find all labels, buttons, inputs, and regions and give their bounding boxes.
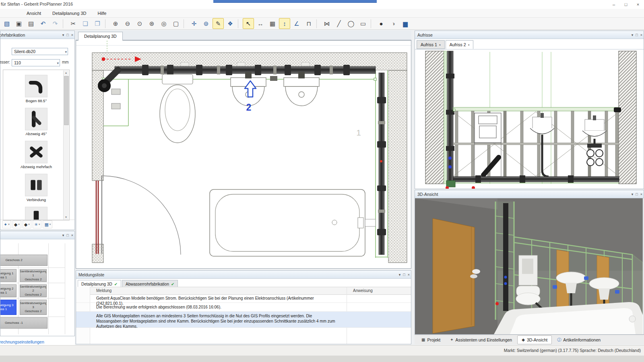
palette-sort-button[interactable]: ✳▾ [33, 220, 42, 228]
move-button[interactable]: ↔ [255, 18, 266, 29]
paste-button[interactable]: ❐ [92, 18, 103, 29]
panel-menu-button[interactable]: ▾ [399, 271, 401, 279]
ellipse-button[interactable]: ◯ [345, 18, 357, 29]
palette-recent-button[interactable]: ◆▾ [23, 220, 31, 228]
calculation-settings-link[interactable]: Berechnungseinstellungen [0, 339, 44, 344]
structure-cell-top[interactable]: Geschoss 2 [0, 255, 47, 266]
panel-close-button[interactable]: × [408, 271, 410, 279]
rectangle-button[interactable]: ▭ [357, 18, 369, 29]
close-button[interactable]: × [632, 0, 644, 9]
report-button[interactable]: ▤ [25, 18, 37, 29]
pipe-draw-button[interactable]: ✎ [213, 18, 224, 29]
minimize-button[interactable]: – [608, 0, 620, 9]
panel-close-button[interactable]: × [71, 31, 73, 39]
undo-button[interactable]: ↶ [37, 18, 49, 29]
panel-close-button[interactable]: × [71, 231, 73, 239]
maximize-button[interactable]: □ [620, 0, 632, 9]
vertical-pipe-button[interactable]: ↕ [279, 18, 290, 29]
view3d-panel: 3D-Ansicht ▾□× [415, 190, 644, 335]
tab-detailplanung-3d[interactable]: Detailplanung 3D [78, 32, 123, 41]
panel-menu-button[interactable]: ▾ [62, 231, 64, 239]
pipe-fitting-button[interactable]: ❖ [225, 18, 236, 29]
view3d-panel-header: 3D-Ansicht ▾□× [415, 190, 644, 198]
close-icon[interactable]: ▪ [469, 43, 470, 47]
select-button[interactable]: ↖ [243, 18, 254, 29]
structure-cell-0[interactable]: Sanitärabzweigung 1Geschoss 1 [0, 269, 17, 282]
panel-menu-button[interactable]: ▾ [62, 31, 64, 39]
panel-pin-button[interactable]: □ [636, 190, 638, 198]
line-button[interactable]: ╱ [333, 18, 345, 29]
structure-cell-4[interactable]: Sanitärabzweigung 3Geschoss 1 [0, 300, 17, 315]
elevation-view[interactable] [415, 49, 644, 189]
structure-cell-5[interactable]: Sanitärabzweigung 3Geschoss 2 [20, 300, 47, 315]
redo-button[interactable]: ↷ [50, 18, 61, 29]
panel-view-button[interactable]: ▆ [400, 18, 411, 29]
structure-cell-3[interactable]: Sanitärabzweigung 2Geschoss 2 [20, 284, 47, 297]
palette-favorites-button[interactable]: ◆▾ [12, 220, 21, 228]
stamp-button[interactable]: ▦ [267, 18, 278, 29]
part-item-0[interactable]: Bogen 88.5° [3, 75, 69, 103]
scrollbar-thumb[interactable] [64, 76, 69, 125]
message-row-0[interactable]: Geberit AquaClean Modelle benötigen Stro… [76, 294, 411, 303]
scroll-up-icon[interactable]: ▴ [64, 70, 68, 75]
close-icon[interactable]: ▪ [440, 43, 441, 47]
panel-pin-button[interactable]: □ [636, 31, 638, 39]
message-row-1[interactable]: Die Berechnung wurde erfolgreich abgesch… [76, 303, 411, 312]
message-row-2[interactable]: Alle GIS Montageplatten müssen an mindes… [76, 312, 411, 328]
panel-pin-button[interactable]: □ [66, 231, 68, 239]
aufriss-tab-2[interactable]: Aufriss 2▪ [446, 40, 474, 49]
aufriss-tab-1[interactable]: Aufriss 1▪ [417, 40, 445, 49]
system-dropdown[interactable]: Silent-db20 ▾ [12, 48, 68, 55]
shading-button[interactable]: ◑ [388, 18, 399, 29]
panel-close-button[interactable]: × [640, 190, 642, 198]
status-bar: Markt: Switzerland (german) (3.17.7.75) … [0, 345, 644, 356]
palette-filter-button[interactable]: ✦▾ [2, 220, 11, 228]
part-item-1[interactable]: Abzweig 45° [3, 108, 69, 136]
insert-point-button[interactable]: ⊚ [200, 18, 212, 29]
menu-item-1[interactable]: Detailplanung 3D [47, 9, 92, 18]
zoom-window-button[interactable]: ▢ [170, 18, 182, 29]
connection-button[interactable]: ⋈ [321, 18, 332, 29]
panel-pin-button[interactable]: □ [66, 31, 68, 39]
bottom-tab-3d-ansicht[interactable]: ◆3D-Ansicht [517, 335, 552, 344]
copy-button[interactable]: ❏ [80, 18, 91, 29]
lock-button[interactable]: ⊓ [303, 18, 314, 29]
floor-plan-canvas[interactable]: 2 1 [76, 40, 411, 269]
structure-cell-2[interactable]: Sanitärabzweigung 2Geschoss 1 [0, 284, 17, 297]
zoom-previous-button[interactable]: ◎ [158, 18, 169, 29]
bottom-tab-projekt[interactable]: ▦Projekt [417, 335, 445, 344]
palette-catalog-button[interactable]: ▦▾ [43, 220, 52, 228]
part-item-2[interactable]: Abzweig mehrfach [3, 141, 69, 169]
window-title: für Stefan - Geberit ProPlanner 2016 [1, 2, 73, 6]
elevation-drawing [415, 49, 643, 189]
diameter-dropdown[interactable]: 110 ▾ [12, 59, 60, 66]
sphere-button[interactable]: ● [376, 18, 387, 29]
bottom-tab-artikelinformationen[interactable]: ⓘArtikelinformationen [553, 335, 605, 344]
structure-cell-bottom[interactable]: Geschoss -1 [0, 317, 47, 329]
save-button[interactable]: ▧ [1, 18, 12, 29]
zoom-out-button[interactable]: ⊖ [122, 18, 133, 29]
panel-pin-button[interactable]: □ [403, 271, 405, 279]
bottom-tab-assistenten-und-einstellungen[interactable]: ✦Assistenten und Einstellungen [446, 335, 516, 344]
print-button[interactable]: ▣ [13, 18, 25, 29]
part-item-3[interactable]: Verbindung [3, 174, 69, 202]
toolbar-separator [371, 19, 374, 28]
snap-button[interactable]: ✛ [188, 18, 200, 29]
aufrisse-tabstrip: Aufriss 1▪Aufriss 2▪ [417, 40, 474, 48]
scroll-down-icon[interactable]: ▾ [64, 215, 68, 220]
zoom-selection-button[interactable]: ⊙ [134, 18, 145, 29]
measure-button[interactable]: ∠ [291, 18, 302, 29]
right-bottom-tabstrip: ▦Projekt✦Assistenten und Einstellungen◆3… [415, 335, 644, 344]
menu-item-0[interactable]: Ansicht [21, 9, 47, 18]
menu-item-2[interactable]: Hilfe [92, 9, 112, 18]
view3d-viewport[interactable] [415, 198, 644, 334]
zoom-in-button[interactable]: ⊕ [110, 18, 121, 29]
zoom-fit-button[interactable]: ⊛ [146, 18, 157, 29]
panel-close-button[interactable]: × [640, 31, 642, 39]
parts-scrollbar[interactable]: ▴ ▾ [63, 70, 69, 220]
cut-button[interactable]: ✂ [68, 18, 79, 29]
structure-cell-1[interactable]: Sanitärabzweigung 1Geschoss 2 [20, 269, 47, 282]
panel-menu-button[interactable]: ▾ [632, 190, 634, 198]
panel-menu-button[interactable]: ▾ [632, 31, 634, 39]
part-item-4[interactable] [3, 207, 69, 220]
